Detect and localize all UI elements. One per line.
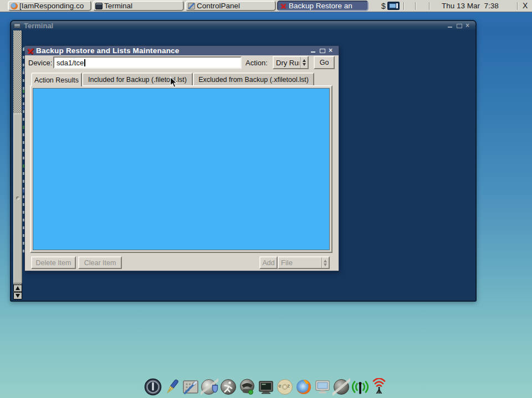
go-button[interactable]: Go <box>314 56 335 69</box>
taskbar-button-backup-restore[interactable]: Backup Restore an <box>277 1 369 11</box>
taskbar: [IamResponding.co Terminal ControlPanel … <box>0 0 532 12</box>
add-type-dropdown[interactable]: File <box>278 256 330 269</box>
terminal-icon <box>95 3 103 9</box>
device-input[interactable]: sda1/tce <box>53 56 242 69</box>
close-icon[interactable]: × <box>329 48 334 53</box>
tray-monitor-icon[interactable] <box>387 2 400 10</box>
maximize-icon[interactable] <box>320 48 325 53</box>
display-icon[interactable] <box>314 378 332 396</box>
clear-item-button[interactable]: Clear Item <box>78 256 122 269</box>
mouse-cursor <box>170 76 178 91</box>
control-panel-icon <box>188 3 195 9</box>
tab-action-results[interactable]: Action Results <box>31 73 82 86</box>
up-triangle-icon <box>303 59 306 62</box>
clock: Thu 13 Mar 7:38 <box>442 2 499 10</box>
firefox-icon[interactable] <box>295 378 313 396</box>
taskbar-button-controlpanel[interactable]: ControlPanel <box>185 1 276 11</box>
control-panel-icon[interactable] <box>182 378 200 396</box>
firefox-icon <box>11 3 18 9</box>
down-triangle-icon <box>303 63 306 66</box>
apps-shield-icon[interactable] <box>201 378 219 396</box>
desktop: [IamResponding.co Terminal ControlPanel … <box>0 0 532 398</box>
text-caret <box>84 59 85 66</box>
ez-label: ez <box>279 383 296 389</box>
tab-label: Action Results <box>34 76 79 84</box>
spinner-arrows-icon[interactable] <box>300 57 308 68</box>
add-type-value: File <box>279 259 321 267</box>
action-dropdown-value: Dry Run <box>274 59 300 67</box>
up-triangle-icon <box>324 260 327 262</box>
dialog-title: Backup Restore and Lists Maintenance <box>36 46 180 55</box>
scroll-down-arrow[interactable] <box>13 292 22 299</box>
dialog-body: Device: sda1/tce Action: Dry Run Go Acti… <box>25 56 339 271</box>
results-listbox[interactable] <box>33 88 330 250</box>
terminal-window-title: Terminal <box>24 22 53 30</box>
tab-excluded-from-backup[interactable]: Excluded from Backup (.xfiletool.lst) <box>193 73 314 85</box>
taskbar-button-terminal[interactable]: Terminal <box>93 1 184 11</box>
terminal-window-icon <box>14 23 21 28</box>
clear-item-label: Clear Item <box>84 259 116 267</box>
taskbar-button-label: Terminal <box>104 2 132 10</box>
delete-item-button[interactable]: Delete Item <box>31 256 76 269</box>
taskbar-separator <box>517 2 518 10</box>
tab-label: Excluded from Backup (.xfiletool.lst) <box>198 76 309 84</box>
taskbar-button-label: ControlPanel <box>197 2 240 10</box>
app-red-x-icon <box>27 48 34 54</box>
close-icon[interactable]: × <box>466 23 470 28</box>
taskbar-separator <box>403 2 405 10</box>
shell-indicator: $ <box>381 2 386 11</box>
power-icon[interactable] <box>144 378 162 396</box>
tray-monitor-screen <box>390 4 396 8</box>
wifi-red-icon[interactable] <box>370 378 388 396</box>
terminal-scrollbar[interactable] <box>13 30 22 299</box>
terminal-titlebar[interactable]: Terminal × <box>11 21 475 30</box>
add-button-label: Add <box>262 259 274 267</box>
down-triangle-icon <box>324 263 327 266</box>
taskbar-button-iamresponding[interactable]: [IamResponding.co <box>8 1 91 11</box>
action-dropdown[interactable]: Dry Run <box>273 56 309 69</box>
tray-monitor-strip <box>396 3 398 8</box>
go-button-label: Go <box>320 59 329 66</box>
minimize-icon[interactable] <box>311 48 316 53</box>
backup-app-icon <box>280 3 287 9</box>
taskbar-separator <box>415 2 416 10</box>
device-label: Device: <box>28 59 52 67</box>
taskbar-separator <box>429 2 430 10</box>
scroll-up-arrow[interactable] <box>13 285 22 292</box>
spinner-arrows-icon[interactable] <box>321 257 329 268</box>
run-icon[interactable] <box>219 378 238 396</box>
dock: ez <box>0 378 532 396</box>
taskbar-close-button[interactable]: X <box>521 1 529 10</box>
dialog-titlebar[interactable]: Backup Restore and Lists Maintenance × <box>25 46 339 55</box>
wifi-green-icon[interactable] <box>351 378 370 396</box>
dialer-icon[interactable] <box>238 378 257 396</box>
tab-panel <box>30 85 332 253</box>
scrollbar-dimple <box>16 197 19 200</box>
taskbar-button-label: Backup Restore an <box>289 2 352 10</box>
down-triangle-icon <box>16 294 20 298</box>
taskbar-button-label: [IamResponding.co <box>19 2 84 10</box>
action-label: Action: <box>245 59 268 67</box>
minimize-icon[interactable] <box>448 23 453 28</box>
maximize-icon[interactable] <box>457 23 462 28</box>
terminal-window-icon[interactable] <box>257 378 275 396</box>
up-triangle-icon <box>16 286 20 290</box>
device-input-value: sda1/tce <box>57 59 84 67</box>
ezremaster-icon[interactable]: ez <box>276 378 294 396</box>
add-button[interactable]: Add <box>259 256 278 269</box>
delete-item-label: Delete Item <box>36 259 71 267</box>
mount-icon[interactable] <box>332 378 351 396</box>
backup-dialog-window: Backup Restore and Lists Maintenance × D… <box>24 45 339 271</box>
pen-icon[interactable] <box>163 378 181 396</box>
